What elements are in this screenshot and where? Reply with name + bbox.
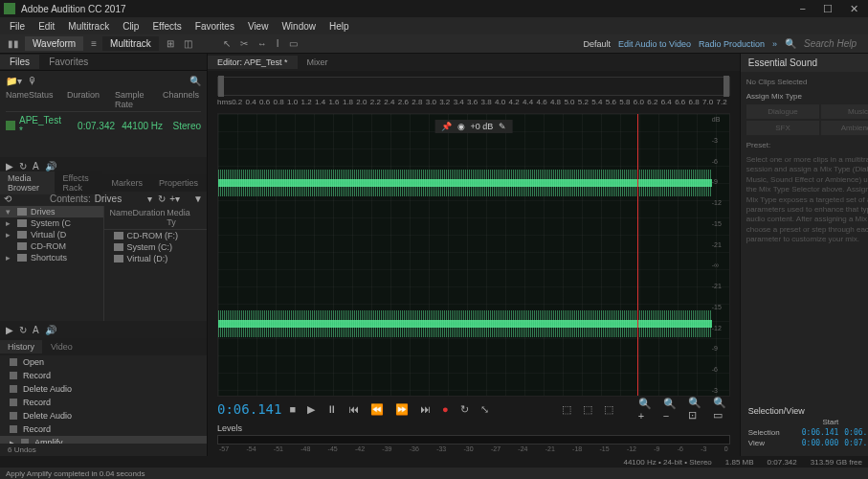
menu-favorites[interactable]: Favorites xyxy=(189,21,240,32)
zoom-out-time-button[interactable]: 🔍− xyxy=(659,398,680,422)
menu-effects[interactable]: Effects xyxy=(146,21,187,32)
files-header-samplerate[interactable]: Sample Rate xyxy=(115,90,163,109)
menu-multitrack[interactable]: Multitrack xyxy=(62,21,115,32)
tab-files[interactable]: Files xyxy=(0,55,39,69)
sv-sel-start[interactable]: 0:06.141 xyxy=(802,428,839,437)
overview-handle-right[interactable] xyxy=(723,76,729,97)
menu-file[interactable]: File xyxy=(4,21,31,32)
mb-shortcuts[interactable]: Shortcuts xyxy=(31,253,67,262)
mb-drives-node[interactable]: Drives xyxy=(31,207,56,217)
mb-col-name[interactable]: Name xyxy=(110,208,133,227)
menu-window[interactable]: Window xyxy=(276,21,322,32)
history-item[interactable]: Record xyxy=(0,396,207,409)
tab-favorites[interactable]: Favorites xyxy=(39,55,98,69)
search-icon[interactable]: 🔍 xyxy=(785,38,796,49)
workspace-default[interactable]: Default xyxy=(583,39,611,49)
files-record-icon[interactable]: 🎙 xyxy=(28,76,37,86)
files-open-icon[interactable]: 📁▾ xyxy=(6,76,22,86)
workspace-radio-production[interactable]: Radio Production xyxy=(699,39,765,49)
level-meter[interactable] xyxy=(217,435,730,445)
move-tool-icon[interactable]: ↖ xyxy=(219,37,234,50)
mb-add-icon[interactable]: +▾ xyxy=(169,194,180,204)
overview-handle-left[interactable] xyxy=(218,76,224,97)
mb-refresh-icon[interactable]: ↻ xyxy=(158,194,166,204)
rewind-button[interactable]: ⏪ xyxy=(367,403,388,416)
timecode-display[interactable]: 0:06.141 xyxy=(217,401,281,417)
menu-help[interactable]: Help xyxy=(323,21,355,32)
es-type-sfx[interactable]: SFX xyxy=(746,121,820,135)
mb-contents-value[interactable]: Drives xyxy=(95,194,122,204)
time-select-tool-icon[interactable]: I xyxy=(273,37,283,50)
tab-mixer[interactable]: Mixer xyxy=(298,56,338,69)
tab-properties[interactable]: Properties xyxy=(151,176,206,190)
history-item[interactable]: Delete Audio xyxy=(0,382,207,396)
history-item[interactable]: ▸Amplify xyxy=(0,436,207,444)
waveform-display[interactable]: dB-3-6-9-12-15-21-∞-21-15-12-9-6-3 📌 ◉ +… xyxy=(217,113,730,397)
rewind-start-button[interactable]: ⏮ xyxy=(345,403,363,415)
autoplay-icon[interactable]: A xyxy=(33,161,39,171)
tab-markers[interactable]: Markers xyxy=(103,176,150,190)
zoom-selection-button[interactable]: 🔍▭ xyxy=(709,397,730,422)
playhead[interactable] xyxy=(637,114,638,396)
tree-item[interactable]: CD-ROM (F:) xyxy=(127,231,179,240)
workspace-edit-audio-video[interactable]: Edit Audio to Video xyxy=(618,39,691,49)
tab-video[interactable]: Video xyxy=(43,340,80,354)
files-search-icon[interactable]: 🔍 xyxy=(189,76,201,86)
razor-tool-icon[interactable]: ✂ xyxy=(236,37,252,50)
es-type-ambience[interactable]: Ambience xyxy=(821,121,868,135)
maximize-button[interactable]: ☐ xyxy=(823,3,833,15)
time-ruler[interactable]: hms0.20.40.60.81.01.21.41.61.82.02.22.42… xyxy=(217,98,730,111)
menu-edit[interactable]: Edit xyxy=(33,21,60,32)
spectral-toggle-icon[interactable]: ◫ xyxy=(180,37,196,50)
pause-button[interactable]: ⏸ xyxy=(323,403,341,415)
skip-selection-button[interactable]: ⤡ xyxy=(477,403,493,416)
file-row[interactable]: APE_Test * 0:07.342 44100 Hz Stereo xyxy=(6,112,201,139)
tree-item[interactable]: System (C:) xyxy=(127,242,173,252)
play-preview-icon[interactable]: ▶ xyxy=(6,325,13,335)
hud-volume[interactable]: 📌 ◉ +0 dB ✎ xyxy=(435,120,513,133)
loop-icon[interactable]: ↻ xyxy=(19,325,27,335)
view-multitrack-button[interactable]: Multitrack xyxy=(102,36,159,51)
mb-dropdown-icon[interactable]: ▾ xyxy=(147,194,152,204)
menu-clip[interactable]: Clip xyxy=(117,21,145,32)
files-header-channels[interactable]: Channels xyxy=(163,90,201,109)
history-item[interactable]: Delete Audio xyxy=(0,409,207,422)
sv-sel-end[interactable]: 0:06.141 xyxy=(844,428,868,437)
zoom-in-amp-button[interactable]: ⬚ xyxy=(558,403,575,416)
zoom-reset-amp-button[interactable]: ⬚ xyxy=(600,403,617,416)
es-type-dialogue[interactable]: Dialogue xyxy=(746,104,820,119)
search-help-placeholder[interactable]: Search Help xyxy=(804,38,857,49)
zoom-full-button[interactable]: 🔍⊡ xyxy=(684,397,705,422)
hud-fx-icon[interactable]: ✎ xyxy=(499,122,506,131)
tree-item[interactable]: Virtual (D:) xyxy=(127,254,168,263)
autoplay-icon[interactable]: A xyxy=(33,325,39,335)
play-preview-icon[interactable]: ▶ xyxy=(6,161,13,171)
loop-icon[interactable]: ↻ xyxy=(19,161,27,171)
close-button[interactable]: ✕ xyxy=(850,3,858,15)
menu-view[interactable]: View xyxy=(242,21,275,32)
mb-col-media[interactable]: Media Ty xyxy=(167,208,201,227)
workspace-more[interactable]: » xyxy=(772,39,777,49)
waveform-icon[interactable]: ▮▮ xyxy=(4,37,23,50)
mb-back-icon[interactable]: ⟲ xyxy=(4,194,11,204)
tree-collapse-icon[interactable]: ▾ xyxy=(6,207,13,217)
stop-button[interactable]: ■ xyxy=(285,403,300,415)
record-button[interactable]: ● xyxy=(438,403,453,415)
zoom-in-time-button[interactable]: 🔍+ xyxy=(634,398,656,422)
hud-pin-icon[interactable]: 📌 xyxy=(441,122,452,131)
forward-end-button[interactable]: ⏭ xyxy=(416,403,434,415)
tab-editor[interactable]: Editor: APE_Test * xyxy=(208,56,298,69)
files-header-name[interactable]: Name xyxy=(6,90,29,109)
hud-toggle-icon[interactable]: ⊞ xyxy=(163,37,178,50)
hud-knob-icon[interactable]: ◉ xyxy=(457,122,465,131)
volume-icon[interactable]: 🔊 xyxy=(45,325,56,335)
slip-tool-icon[interactable]: ↔ xyxy=(254,37,271,50)
loop-button[interactable]: ↻ xyxy=(456,403,473,416)
sv-view-start[interactable]: 0:00.000 xyxy=(802,439,839,447)
mb-filter-icon[interactable]: ▼ xyxy=(193,194,203,204)
files-header-status[interactable]: Status xyxy=(29,90,67,109)
volume-icon[interactable]: 🔊 xyxy=(45,161,56,171)
tree-item[interactable]: CD-ROM xyxy=(31,241,66,251)
history-item[interactable]: Record xyxy=(0,422,207,436)
tree-item[interactable]: System (C xyxy=(31,218,71,228)
